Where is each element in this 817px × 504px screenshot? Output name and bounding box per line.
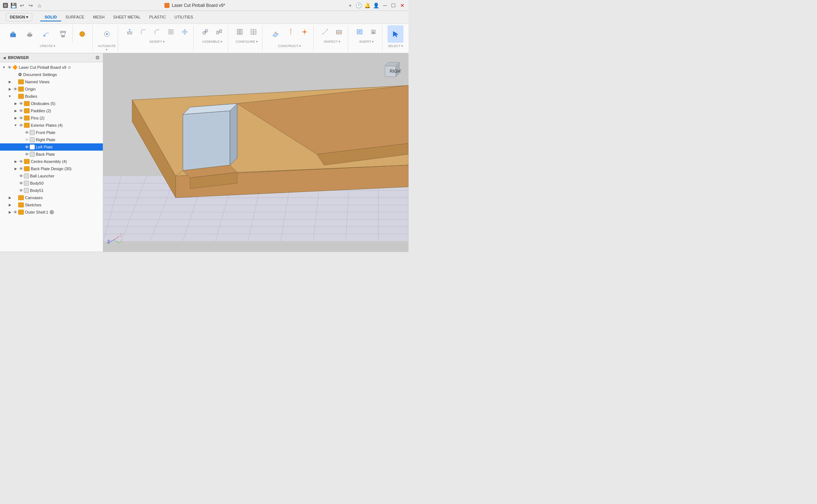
tree-eye-back-plate[interactable]: 👁: [24, 151, 30, 157]
tree-arrow-bodies[interactable]: [7, 94, 12, 98]
insert-decal-btn[interactable]: [367, 25, 380, 38]
browser-settings-icon[interactable]: ⚙: [95, 55, 100, 60]
tab-surface[interactable]: SURFACE: [61, 13, 89, 21]
ribbon-tabs: SOLID SURFACE MESH SHEET METAL PLASTIC U…: [37, 13, 200, 21]
tree-eye-root[interactable]: 👁: [7, 64, 12, 70]
tree-item-front-plate[interactable]: 👁 Front Plate: [0, 129, 103, 136]
tree-item-outer-shell[interactable]: 👁 Outer Shell:1: [0, 209, 103, 216]
tab-utilities[interactable]: UTILITIES: [170, 13, 197, 21]
tree-arrow-canvases[interactable]: [7, 196, 12, 200]
configure-table-btn[interactable]: [247, 25, 260, 38]
tree-eye-outer-shell[interactable]: 👁: [12, 209, 18, 215]
tree-item-pins[interactable]: 👁 Pins (2): [0, 114, 103, 122]
design-dropdown[interactable]: DESIGN ▾: [6, 13, 32, 21]
home-button[interactable]: ⌂: [36, 2, 43, 9]
user-icon[interactable]: 👤: [373, 2, 380, 9]
tree-item-bodies[interactable]: 👁 Bodies: [0, 93, 103, 100]
tree-eye-back-plate-design[interactable]: 👁: [18, 166, 24, 172]
tree-item-root[interactable]: 👁 🔶 Laser Cut Pinball Board v9 ⚙: [0, 64, 103, 71]
tree-item-body51[interactable]: 👁 Body51: [0, 187, 103, 194]
tree-item-doc-settings[interactable]: 👁 ⚙ Document Settings: [0, 71, 103, 78]
tree-eye-left-plate[interactable]: 👁: [24, 144, 30, 150]
tab-plastic[interactable]: PLASTIC: [145, 13, 170, 21]
tree-eye-body51[interactable]: 👁: [18, 188, 24, 193]
outer-shell-info-icon[interactable]: [50, 210, 54, 214]
body50-body-icon: [24, 181, 29, 186]
tree-item-left-plate[interactable]: 👁 Left Plate: [0, 143, 103, 151]
clock-icon[interactable]: 🕐: [356, 2, 362, 9]
inspect-section-btn[interactable]: [332, 25, 345, 38]
modify-fillet-btn[interactable]: [137, 25, 150, 38]
tree-item-ball-launcher[interactable]: 👁 Ball Launcher: [0, 172, 103, 180]
tree-arrow-origin[interactable]: [7, 87, 12, 91]
tree-item-body50[interactable]: 👁 Body50: [0, 180, 103, 187]
tab-sheet-metal[interactable]: SHEET METAL: [109, 13, 145, 21]
tree-arrow-obstacles[interactable]: [13, 102, 18, 105]
tree-root-gear[interactable]: ⚙: [68, 66, 71, 70]
tree-eye-front-plate[interactable]: 👁: [24, 130, 30, 135]
create-revolve-btn[interactable]: [22, 25, 38, 43]
tree-arrow-named-views[interactable]: [7, 80, 12, 84]
tree-item-centre-assembly[interactable]: 👁 Centre Assembly (4): [0, 158, 103, 165]
configure-btn[interactable]: [233, 25, 246, 38]
tree-arrow-pins[interactable]: [13, 116, 18, 120]
view-cube[interactable]: RIGHT: [380, 60, 401, 82]
tree-item-back-plate[interactable]: 👁 Back Plate: [0, 151, 103, 158]
automate-btn[interactable]: [99, 25, 115, 43]
tree-item-origin[interactable]: 👁 Origin: [0, 85, 103, 93]
select-btn[interactable]: [387, 25, 403, 43]
construct-plane-btn[interactable]: [268, 25, 284, 43]
assemble-joint-btn[interactable]: [199, 25, 212, 38]
tree-arrow-paddles[interactable]: [13, 109, 18, 113]
construct-axis-btn[interactable]: [284, 25, 297, 38]
save-button[interactable]: 💾: [10, 2, 17, 9]
insert-canvas-btn[interactable]: [353, 25, 366, 38]
modify-move-btn[interactable]: [178, 25, 191, 38]
construct-point-btn[interactable]: [298, 25, 311, 38]
tree-item-right-plate[interactable]: 👁 Right Plate: [0, 136, 103, 143]
create-loft-btn[interactable]: [55, 25, 71, 43]
tree-eye-paddles[interactable]: 👁: [18, 108, 24, 114]
browser-collapse-arrow[interactable]: ◀: [3, 56, 6, 60]
tree-arrow-sketches[interactable]: [7, 203, 12, 207]
tree-eye-right-plate[interactable]: 👁: [24, 137, 30, 143]
tree-eye-centre-assembly[interactable]: 👁: [18, 159, 24, 164]
tree-item-canvases[interactable]: 👁 Canvases: [0, 194, 103, 201]
tree-item-paddles[interactable]: 👁 Paddles (2): [0, 107, 103, 114]
tree-item-exterior-plates[interactable]: 👁 Exterior Plates (4): [0, 122, 103, 129]
tab-solid[interactable]: SOLID: [40, 13, 61, 21]
tree-item-named-views[interactable]: 👁 Named Views: [0, 78, 103, 85]
create-sweep-btn[interactable]: [38, 25, 54, 43]
tree-arrow-outer-shell[interactable]: [7, 210, 12, 214]
tree-arrow-centre-assembly[interactable]: [13, 160, 18, 163]
inspect-measure-btn[interactable]: [319, 25, 332, 38]
tree-arrow-back-plate-design[interactable]: [13, 167, 18, 171]
assemble-rigid-btn[interactable]: [213, 25, 226, 38]
create-extrude-btn[interactable]: [5, 25, 21, 43]
modify-press-pull-btn[interactable]: [123, 25, 136, 38]
tree-item-sketches[interactable]: 👁 Sketches: [0, 201, 103, 209]
tree-eye-pins[interactable]: 👁: [18, 115, 24, 121]
tab-mesh[interactable]: MESH: [89, 13, 109, 21]
tree-eye-obstacles[interactable]: 👁: [18, 101, 24, 106]
modify-chamfer-btn[interactable]: [151, 25, 164, 38]
maximize-button[interactable]: ☐: [390, 2, 397, 9]
tree-arrow-root[interactable]: [1, 66, 7, 69]
app-grid-icon[interactable]: ⊞: [3, 3, 8, 8]
modify-shell-btn[interactable]: [164, 25, 177, 38]
tree-item-back-plate-design[interactable]: 👁 Back Plate Design (30): [0, 165, 103, 172]
tree-eye-origin[interactable]: 👁: [12, 86, 18, 92]
minimize-button[interactable]: ─: [382, 2, 388, 9]
plus-button[interactable]: +: [347, 2, 353, 9]
create-sphere-btn[interactable]: [74, 25, 90, 43]
undo-button[interactable]: ↩: [19, 2, 25, 9]
notifications-icon[interactable]: 🔔: [364, 2, 371, 9]
redo-button[interactable]: ↪: [28, 2, 34, 9]
viewport[interactable]: RIGHT X Y Z: [103, 53, 408, 252]
close-button[interactable]: ✕: [399, 2, 406, 9]
tree-eye-exterior-plates[interactable]: 👁: [18, 122, 24, 128]
tree-arrow-exterior-plates[interactable]: [13, 123, 18, 127]
tree-item-obstacles[interactable]: 👁 Obsticales (5): [0, 100, 103, 107]
tree-eye-ball-launcher[interactable]: 👁: [18, 173, 24, 179]
tree-eye-body50[interactable]: 👁: [18, 180, 24, 186]
